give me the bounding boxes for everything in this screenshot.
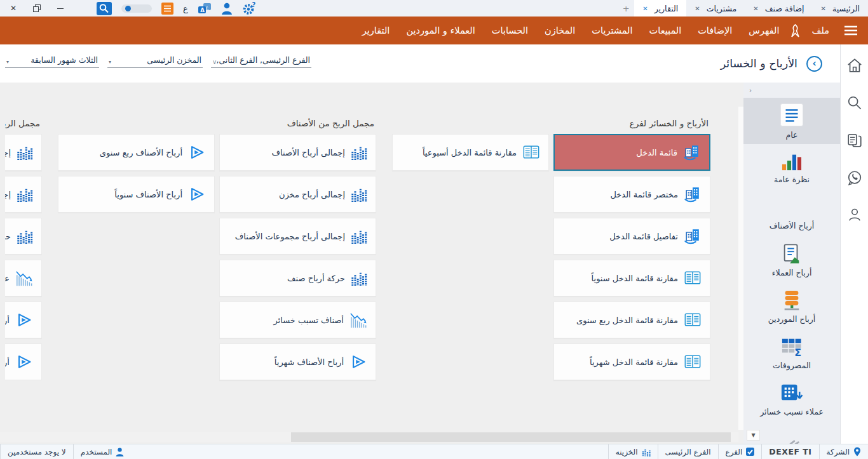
tab-reports[interactable]: التقارير✕ <box>634 0 686 17</box>
sidebar-item-item-profits[interactable]: أرباح الأصناف <box>743 190 840 237</box>
report-card-income-compare-monthly[interactable]: مقارنة قائمة الدخل شهرياً <box>553 343 710 380</box>
close-tab-icon[interactable]: ✕ <box>642 5 648 12</box>
chevron-down-icon: ▾ <box>6 59 9 65</box>
status-item-user[interactable]: المستخدم <box>73 444 132 459</box>
report-card-clipped-5[interactable]: أرباح <box>5 302 42 338</box>
report-card-warehouse-profit-total[interactable]: إجمالى أرباح مخزن <box>219 176 376 213</box>
svg-text:A: A <box>200 6 205 13</box>
report-card-income-details[interactable]: تفاصيل قائمة الدخل <box>553 218 710 255</box>
report-card-income-compare-quarterly[interactable]: مقارنة قائمة الدخل ربع سنوى <box>553 302 710 338</box>
warehouse-filter[interactable]: المخزن الرئيسى▾ <box>107 55 203 68</box>
menu-item-accounts[interactable]: الحسابات <box>484 25 536 36</box>
play-icon <box>188 143 206 161</box>
report-card-items-profit-quarterly[interactable]: أرباح الأصناف ربع سنوى <box>58 134 215 171</box>
menu-item-file[interactable]: ملف <box>803 25 837 36</box>
search-rail-button[interactable] <box>846 95 863 111</box>
search-app-icon[interactable] <box>97 2 112 15</box>
menu-menu-toggle[interactable] <box>837 25 862 36</box>
report-card-item-profit-movement[interactable]: حركة أرباح صنف <box>219 260 376 296</box>
report-card-clipped-2[interactable]: إجمالى <box>5 176 42 213</box>
whatsapp-rail-button[interactable] <box>846 170 863 186</box>
report-card-clipped-4[interactable]: عملاء <box>5 260 42 296</box>
database-icon <box>781 289 803 311</box>
restore-window-icon[interactable] <box>33 4 41 12</box>
whatsapp-icon <box>846 170 863 186</box>
section-columns: إجمالىإجمالىحركةعملاءأرباحأرباح <box>5 134 42 380</box>
tab-label: الرئيسية <box>832 4 860 13</box>
report-card-loss-items[interactable]: أصناف تسبب خسائر <box>219 302 376 338</box>
close-tab-icon[interactable]: ✕ <box>821 5 826 12</box>
user-icon[interactable] <box>221 3 233 15</box>
scrollbar-thumb[interactable] <box>291 432 731 442</box>
status-item-dexef-logo[interactable]: DEXEF TI <box>761 444 818 459</box>
status-item-no-users[interactable]: لا يوجد مستخدمين <box>0 444 73 459</box>
person-rail-button[interactable] <box>847 207 862 222</box>
bars-icon <box>351 144 367 161</box>
pages-rail-button[interactable] <box>846 132 863 149</box>
tab-add-item[interactable]: إضافة صنف✕ <box>745 0 812 17</box>
status-item-treasury[interactable]: الخزينه <box>608 444 658 459</box>
vertical-scrollbar[interactable] <box>738 107 743 430</box>
tab-purchases[interactable]: مشتريات✕ <box>686 0 745 17</box>
toggle-switch[interactable] <box>121 4 152 13</box>
collapse-arrow-icon[interactable]: › <box>749 87 752 94</box>
close-tab-icon[interactable]: ✕ <box>695 5 700 12</box>
report-card-items-profit-yearly[interactable]: أرباح الأصناف سنوياً <box>58 176 215 213</box>
buildings-icon <box>683 143 701 161</box>
minimize-window-icon[interactable] <box>57 8 64 9</box>
report-card-income-compare-yearly[interactable]: مقارنة قائمة الدخل سنوياً <box>553 260 710 296</box>
report-card-income-statement[interactable]: قائمة الدخل <box>553 134 710 171</box>
svg-text:ع: ع <box>205 4 208 10</box>
status-label: الشركة <box>827 448 850 456</box>
sidebar-item-customer-profits[interactable]: أرباح العملاء <box>743 237 840 283</box>
menu-item-reports[interactable]: التقارير <box>354 25 398 36</box>
horizontal-scrollbar[interactable] <box>0 432 738 442</box>
sidebar-item-overview[interactable]: نظرة عامة <box>743 144 840 190</box>
orange-list-icon[interactable] <box>161 3 173 15</box>
menu-item-sales[interactable]: المبيعات <box>641 25 690 36</box>
status-item-branch[interactable]: الفرع <box>718 444 762 459</box>
settings-gear-icon[interactable]: ? <box>242 1 257 15</box>
report-card-groups-profit-total[interactable]: إجمالى أرباح مجموعات الأصناف <box>219 218 376 255</box>
new-tab-button[interactable]: + <box>618 4 634 13</box>
status-item-company[interactable]: الشركة <box>819 444 868 459</box>
status-item-main-branch[interactable]: الفرع الرئيسى <box>658 444 718 459</box>
close-tab-icon[interactable]: ✕ <box>753 5 758 12</box>
scroll-down-button[interactable]: ▼ <box>747 430 760 441</box>
sidebar-item-general[interactable]: عام <box>743 98 840 144</box>
report-card-label: إجمالى <box>5 148 11 157</box>
play-icon <box>15 353 33 371</box>
close-window-icon[interactable]: ✕ <box>10 4 17 12</box>
sidebar-item-loss-customers[interactable]: عملاء تسبب خسائر <box>743 376 840 422</box>
section-columns: قائمة الدخلمختصر قائمة الدخلتفاصيل قائمة… <box>392 134 710 380</box>
back-circle-button[interactable]: › <box>806 56 822 72</box>
menu-item-customers-vendors[interactable]: العملاء و الموردين <box>398 25 483 36</box>
report-card-income-summary[interactable]: مختصر قائمة الدخل <box>553 176 710 213</box>
home-rail-button[interactable] <box>846 57 863 74</box>
titlebar-left-tools: ✕ ع عA ? <box>0 0 257 17</box>
language-indicator[interactable]: ع <box>183 4 188 13</box>
report-card-clipped-1[interactable]: إجمالى <box>5 134 42 171</box>
pin-icon <box>853 447 861 456</box>
card-column: قائمة الدخلمختصر قائمة الدخلتفاصيل قائمة… <box>553 134 710 380</box>
translate-icon[interactable]: عA <box>198 3 212 15</box>
branch-filter[interactable]: الفرع الرئيسى, الفرع الثانى, الفرع∨ <box>211 55 311 68</box>
report-card-clipped-6[interactable]: أرباح <box>5 343 42 380</box>
report-card-label: مقارنة قائمة الدخل سنوياً <box>592 274 678 283</box>
report-card-label: قائمة الدخل <box>636 148 677 157</box>
report-card-items-profit-total[interactable]: إجمالى أرباح الأصناف <box>219 134 376 171</box>
sidebar-item-vendor-profits[interactable]: أرباح الموردين <box>743 283 840 329</box>
section-pl-branch: الأرباح و الخسائر لفرعقائمة الدخلمختصر ق… <box>392 118 710 380</box>
menu-item-warehouses[interactable]: المخازن <box>536 25 583 36</box>
tab-home[interactable]: الرئيسية✕ <box>813 0 868 17</box>
main-menu-bar: ملفالفهرسالإضافاتالمبيعاتالمشترياتالمخاز… <box>0 17 868 44</box>
menu-item-index[interactable]: الفهرس <box>740 25 787 36</box>
sidebar-item-expenses[interactable]: Σالمصروفات <box>743 329 840 376</box>
report-card-clipped-3[interactable]: حركة <box>5 218 42 255</box>
report-card-income-compare-weekly[interactable]: مقارنة قائمة الدخل أسبوعياً <box>392 134 549 171</box>
report-card-items-profit-monthly[interactable]: أرباح الأصناف شهرياً <box>219 343 376 380</box>
menu-item-addons[interactable]: الإضافات <box>689 25 740 36</box>
menu-item-purchases[interactable]: المشتريات <box>583 25 641 36</box>
list-card-icon <box>780 103 804 127</box>
period-filter[interactable]: الثلاث شهور السابقة▾ <box>5 55 99 68</box>
